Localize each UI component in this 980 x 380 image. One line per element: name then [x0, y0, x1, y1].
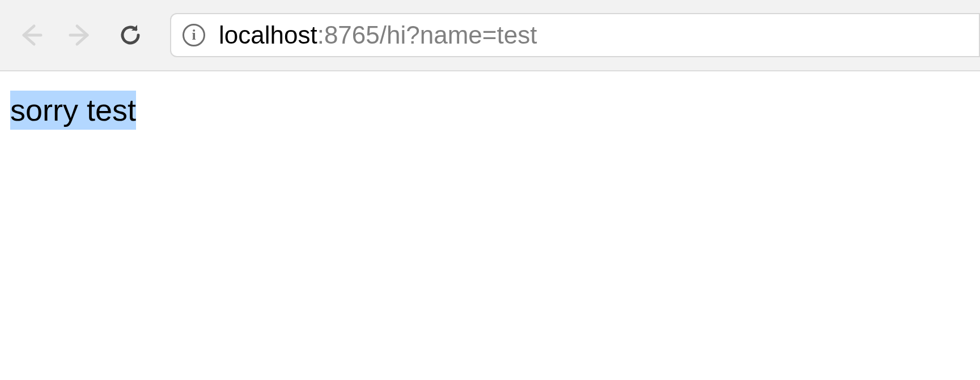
reload-icon	[118, 23, 143, 48]
page-body-text[interactable]: sorry test	[10, 91, 136, 130]
info-icon[interactable]: i	[183, 24, 205, 46]
back-button[interactable]	[16, 20, 45, 50]
browser-toolbar: i localhost:8765/hi?name=test	[0, 0, 980, 71]
address-bar[interactable]: i localhost:8765/hi?name=test	[170, 13, 980, 57]
reload-button[interactable]	[116, 20, 145, 50]
forward-button[interactable]	[66, 20, 95, 50]
page-content: sorry test	[0, 71, 980, 130]
info-icon-glyph: i	[192, 27, 196, 44]
url-host: localhost	[219, 21, 317, 49]
arrow-right-icon	[68, 23, 93, 48]
url-rest: :8765/hi?name=test	[317, 21, 537, 49]
arrow-left-icon	[18, 23, 43, 48]
